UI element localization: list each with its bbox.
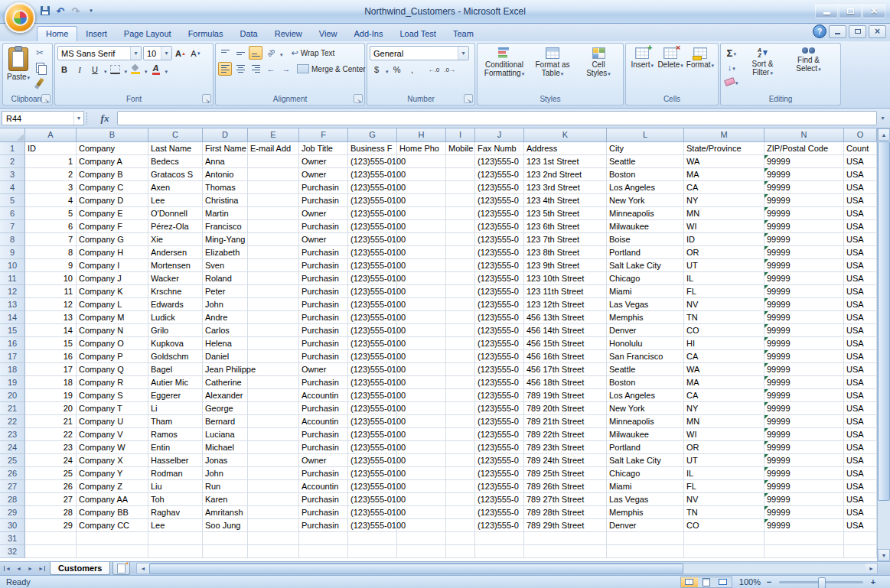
cell-J12[interactable]: (123)555-0 bbox=[475, 285, 524, 298]
cell-A32[interactable] bbox=[25, 545, 77, 558]
cell-O30[interactable]: USA bbox=[844, 519, 877, 532]
cell-K14[interactable]: 456 13th Street bbox=[524, 311, 607, 324]
cell-E1[interactable]: E-mail Add bbox=[248, 142, 299, 155]
cell-D14[interactable]: Andre bbox=[203, 311, 248, 324]
cell-D21[interactable]: George bbox=[203, 402, 248, 415]
cell-A9[interactable]: 8 bbox=[25, 246, 77, 259]
cell-O7[interactable]: USA bbox=[844, 220, 877, 233]
cell-C13[interactable]: Edwards bbox=[148, 298, 203, 311]
cell-G25[interactable]: (123)555-0100 bbox=[348, 454, 397, 467]
cell-I14[interactable] bbox=[446, 311, 475, 324]
cell-O9[interactable]: USA bbox=[844, 246, 877, 259]
cell-E20[interactable] bbox=[248, 389, 299, 402]
cell-F5[interactable]: Purchasin bbox=[299, 194, 348, 207]
cell-B20[interactable]: Company S bbox=[77, 389, 148, 402]
cell-I13[interactable] bbox=[446, 298, 475, 311]
cell-F4[interactable]: Purchasin bbox=[299, 181, 348, 194]
cell-G22[interactable]: (123)555-0100 bbox=[348, 415, 397, 428]
cell-F15[interactable]: Purchasin bbox=[299, 324, 348, 337]
borders-button[interactable] bbox=[109, 63, 122, 76]
column-header-O[interactable]: O bbox=[844, 128, 877, 142]
cell-K29[interactable]: 789 28th Street bbox=[524, 506, 607, 519]
row-header-32[interactable]: 32 bbox=[0, 545, 25, 558]
tab-review[interactable]: Review bbox=[266, 26, 311, 41]
align-bottom-button[interactable] bbox=[249, 46, 262, 60]
cell-K25[interactable]: 789 24th Street bbox=[524, 454, 607, 467]
cell-I32[interactable] bbox=[446, 545, 475, 558]
cell-O15[interactable]: USA bbox=[844, 324, 877, 337]
cell-J16[interactable]: (123)555-0 bbox=[475, 337, 524, 350]
cell-F16[interactable]: Purchasin bbox=[299, 337, 348, 350]
clipboard-dialog-launcher[interactable] bbox=[41, 94, 51, 103]
cell-D13[interactable]: John bbox=[203, 298, 248, 311]
cell-F30[interactable]: Purchasin bbox=[299, 519, 348, 532]
cell-E27[interactable] bbox=[248, 480, 299, 493]
cell-O4[interactable]: USA bbox=[844, 181, 877, 194]
cell-M23[interactable]: WI bbox=[684, 428, 764, 441]
cell-M10[interactable]: UT bbox=[684, 259, 764, 272]
cell-M19[interactable]: MA bbox=[684, 376, 764, 389]
cell-C11[interactable]: Wacker bbox=[148, 272, 203, 285]
cell-A20[interactable]: 19 bbox=[25, 389, 77, 402]
cell-C25[interactable]: Hasselber bbox=[148, 454, 203, 467]
cell-A19[interactable]: 18 bbox=[25, 376, 77, 389]
cell-G14[interactable]: (123)555-0100 bbox=[348, 311, 397, 324]
cell-D11[interactable]: Roland bbox=[203, 272, 248, 285]
cell-N26[interactable]: 99999 bbox=[764, 467, 844, 480]
autosum-button[interactable]: Σ bbox=[723, 46, 740, 60]
cell-G12[interactable]: (123)555-0100 bbox=[348, 285, 397, 298]
align-top-button[interactable] bbox=[218, 46, 232, 60]
normal-view-button[interactable] bbox=[681, 577, 698, 587]
align-middle-button[interactable] bbox=[233, 46, 247, 60]
cell-L25[interactable]: Salt Lake City bbox=[607, 454, 684, 467]
sheet-tab-customers[interactable]: Customers bbox=[50, 562, 110, 575]
tab-data[interactable]: Data bbox=[231, 26, 266, 41]
cell-C3[interactable]: Gratacos S bbox=[148, 168, 203, 181]
cell-C30[interactable]: Lee bbox=[148, 519, 203, 532]
cell-E21[interactable] bbox=[248, 402, 299, 415]
cell-I19[interactable] bbox=[446, 376, 475, 389]
cell-F18[interactable]: Owner bbox=[299, 363, 348, 376]
cell-N5[interactable]: 99999 bbox=[764, 194, 844, 207]
cell-L28[interactable]: Las Vegas bbox=[607, 493, 684, 506]
cell-A14[interactable]: 13 bbox=[25, 311, 77, 324]
row-header-27[interactable]: 27 bbox=[0, 480, 25, 493]
cell-M16[interactable]: HI bbox=[684, 337, 764, 350]
cell-M27[interactable]: FL bbox=[684, 480, 764, 493]
cell-G5[interactable]: (123)555-0100 bbox=[348, 194, 397, 207]
cell-G10[interactable]: (123)555-0100 bbox=[348, 259, 397, 272]
cell-L15[interactable]: Denver bbox=[607, 324, 684, 337]
cell-B31[interactable] bbox=[77, 532, 148, 545]
cell-B3[interactable]: Company B bbox=[77, 168, 148, 181]
cell-L3[interactable]: Boston bbox=[607, 168, 684, 181]
cell-J20[interactable]: (123)555-0 bbox=[475, 389, 524, 402]
minimize-button[interactable] bbox=[815, 3, 838, 18]
cell-J18[interactable]: (123)555-0 bbox=[475, 363, 524, 376]
horizontal-scrollbar[interactable] bbox=[136, 563, 878, 574]
cell-G6[interactable]: (123)555-0100 bbox=[348, 207, 397, 220]
cell-N3[interactable]: 99999 bbox=[764, 168, 844, 181]
cell-A13[interactable]: 12 bbox=[25, 298, 77, 311]
cell-E13[interactable] bbox=[248, 298, 299, 311]
font-name-select[interactable]: MS Sans Serif bbox=[57, 46, 142, 60]
column-header-B[interactable]: B bbox=[77, 128, 148, 142]
close-button[interactable] bbox=[862, 3, 885, 18]
cell-C17[interactable]: Goldschm bbox=[148, 350, 203, 363]
maximize-button[interactable] bbox=[839, 3, 862, 18]
cell-E31[interactable] bbox=[248, 532, 299, 545]
cell-C20[interactable]: Eggerer bbox=[148, 389, 203, 402]
cell-E5[interactable] bbox=[248, 194, 299, 207]
cell-B24[interactable]: Company W bbox=[77, 441, 148, 454]
accounting-format-dropdown[interactable] bbox=[385, 63, 389, 76]
cell-N30[interactable]: 99999 bbox=[764, 519, 844, 532]
zoom-in-button[interactable] bbox=[869, 577, 878, 586]
cell-E7[interactable] bbox=[248, 220, 299, 233]
cell-F19[interactable]: Purchasin bbox=[299, 376, 348, 389]
fill-color-dropdown[interactable] bbox=[144, 63, 148, 76]
cell-M24[interactable]: OR bbox=[684, 441, 764, 454]
cell-B23[interactable]: Company V bbox=[77, 428, 148, 441]
cell-H32[interactable] bbox=[397, 545, 446, 558]
cell-O20[interactable]: USA bbox=[844, 389, 877, 402]
cell-I26[interactable] bbox=[446, 467, 475, 480]
cell-A1[interactable]: ID bbox=[25, 142, 77, 155]
